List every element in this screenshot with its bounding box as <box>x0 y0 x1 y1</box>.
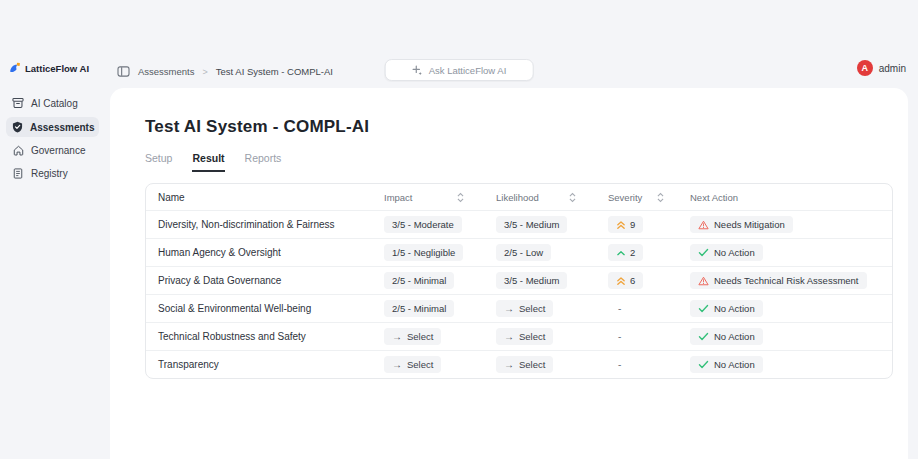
governance-home-icon <box>12 145 24 156</box>
likelihood-cell: →Select <box>496 328 608 345</box>
tab-reports[interactable]: Reports <box>245 152 282 172</box>
next-action-cell: Needs Mitigation <box>690 216 892 233</box>
impact-cell: 1/5 - Negligible <box>384 244 496 261</box>
impact-value-pill[interactable]: 3/5 - Moderate <box>384 216 462 233</box>
page-title: Test AI System - COMPL-AI <box>145 117 893 137</box>
ask-button-label: Ask LatticeFlow AI <box>429 65 507 76</box>
sidebar-item-label: AI Catalog <box>31 98 78 109</box>
impact-cell: 2/5 - Minimal <box>384 272 496 289</box>
severity-cell: - <box>608 359 690 370</box>
sidebar-item-label: Governance <box>31 145 85 156</box>
impact-select-button[interactable]: →Select <box>384 356 441 373</box>
sort-icon[interactable] <box>457 192 464 203</box>
column-header-impact[interactable]: Impact <box>384 192 496 203</box>
risk-name-cell: Transparency <box>146 359 384 370</box>
severity-value: 6 <box>630 275 635 286</box>
table-row: Privacy & Data Governance2/5 - Minimal3/… <box>146 266 892 294</box>
next-action-cell: No Action <box>690 300 892 317</box>
severity-badge: 2 <box>608 244 643 261</box>
sidebar-toggle-icon[interactable] <box>117 66 130 77</box>
breadcrumb-separator: > <box>203 67 208 77</box>
severity-badge: 6 <box>608 272 643 289</box>
likelihood-select-label: Select <box>519 359 545 370</box>
sidebar-item-label: Registry <box>31 168 68 179</box>
next-action-cell: Needs Technical Risk Assessment <box>690 272 892 289</box>
latticeflow-logo-icon <box>9 62 21 74</box>
tab-setup[interactable]: Setup <box>145 152 172 172</box>
impact-cell: →Select <box>384 328 496 345</box>
severity-empty: - <box>618 303 621 314</box>
next-action-badge: No Action <box>690 356 763 373</box>
breadcrumb-item-assessments[interactable]: Assessments <box>138 66 195 77</box>
severity-cell: - <box>608 303 690 314</box>
table-row: Transparency→Select→Select-No Action <box>146 350 892 378</box>
registry-icon <box>12 168 24 179</box>
next-action-badge: Needs Mitigation <box>690 216 793 233</box>
logo[interactable]: LatticeFlow AI <box>0 62 105 74</box>
likelihood-cell: →Select <box>496 356 608 373</box>
likelihood-select-button[interactable]: →Select <box>496 328 553 345</box>
tab-result[interactable]: Result <box>192 152 224 172</box>
user-menu[interactable]: A admin <box>857 60 906 76</box>
impact-value-pill[interactable]: 1/5 - Negligible <box>384 244 463 261</box>
likelihood-cell: 3/5 - Medium <box>496 272 608 289</box>
likelihood-value-pill[interactable]: 2/5 - Low <box>496 244 551 261</box>
likelihood-value-pill[interactable]: 3/5 - Medium <box>496 272 567 289</box>
severity-cell: 6 <box>608 272 690 289</box>
severity-double-chevron-up-icon <box>616 220 626 230</box>
next-action-label: Needs Mitigation <box>714 219 785 230</box>
severity-empty: - <box>618 359 621 370</box>
check-icon <box>698 248 709 257</box>
sidebar-item-governance[interactable]: Governance <box>6 141 99 160</box>
breadcrumb-item-current: Test AI System - COMPL-AI <box>216 66 333 77</box>
severity-value: 2 <box>630 247 635 258</box>
likelihood-select-button[interactable]: →Select <box>496 300 553 317</box>
next-action-badge: Needs Technical Risk Assessment <box>690 272 867 289</box>
breadcrumb: Assessments > Test AI System - COMPL-AI <box>105 66 333 77</box>
next-action-cell: No Action <box>690 328 892 345</box>
next-action-label: No Action <box>714 359 755 370</box>
table-row: Human Agency & Oversight1/5 - Negligible… <box>146 238 892 266</box>
impact-value-pill[interactable]: 2/5 - Minimal <box>384 272 454 289</box>
check-icon <box>698 304 709 313</box>
sidebar-item-label: Assessments <box>30 122 94 133</box>
severity-cell: 2 <box>608 244 690 261</box>
next-action-badge: No Action <box>690 244 763 261</box>
sidebar-item-ai-catalog[interactable]: AI Catalog <box>6 93 99 113</box>
impact-cell: 3/5 - Moderate <box>384 216 496 233</box>
check-icon <box>698 332 709 341</box>
table-row: Technical Robustness and Safety→Select→S… <box>146 322 892 350</box>
sort-icon[interactable] <box>657 192 664 203</box>
column-header-likelihood[interactable]: Likelihood <box>496 192 608 203</box>
likelihood-select-button[interactable]: →Select <box>496 356 553 373</box>
sidebar-item-registry[interactable]: Registry <box>6 164 99 183</box>
next-action-cell: No Action <box>690 244 892 261</box>
severity-chevron-up-icon <box>616 248 626 258</box>
column-header-severity[interactable]: Severity <box>608 192 690 203</box>
severity-badge: 9 <box>608 216 643 233</box>
warning-triangle-icon <box>698 276 709 286</box>
impact-value-pill[interactable]: 2/5 - Minimal <box>384 300 454 317</box>
next-action-label: No Action <box>714 303 755 314</box>
table-row: Social & Environmental Well-being2/5 - M… <box>146 294 892 322</box>
main-panel: Test AI System - COMPL-AI Setup Result R… <box>110 88 908 459</box>
sort-icon[interactable] <box>569 192 576 203</box>
next-action-badge: No Action <box>690 300 763 317</box>
sidebar-item-assessments[interactable]: Assessments <box>6 117 99 137</box>
likelihood-select-label: Select <box>519 303 545 314</box>
select-arrow-icon: → <box>504 304 514 314</box>
likelihood-cell: 3/5 - Medium <box>496 216 608 233</box>
risk-table: Name Impact Likelihood Severity Next Act… <box>145 183 893 379</box>
impact-select-button[interactable]: →Select <box>384 328 441 345</box>
warning-triangle-icon <box>698 220 709 230</box>
ask-latticeflow-button[interactable]: Ask LatticeFlow AI <box>385 59 534 81</box>
severity-double-chevron-up-icon <box>616 276 626 286</box>
select-arrow-icon: → <box>504 360 514 370</box>
likelihood-cell: 2/5 - Low <box>496 244 608 261</box>
assessments-shield-icon <box>12 121 23 133</box>
avatar: A <box>857 60 873 76</box>
next-action-cell: No Action <box>690 356 892 373</box>
sidebar-nav: AI Catalog Assessments Governance Regist… <box>0 93 105 183</box>
likelihood-value-pill[interactable]: 3/5 - Medium <box>496 216 567 233</box>
impact-cell: 2/5 - Minimal <box>384 300 496 317</box>
